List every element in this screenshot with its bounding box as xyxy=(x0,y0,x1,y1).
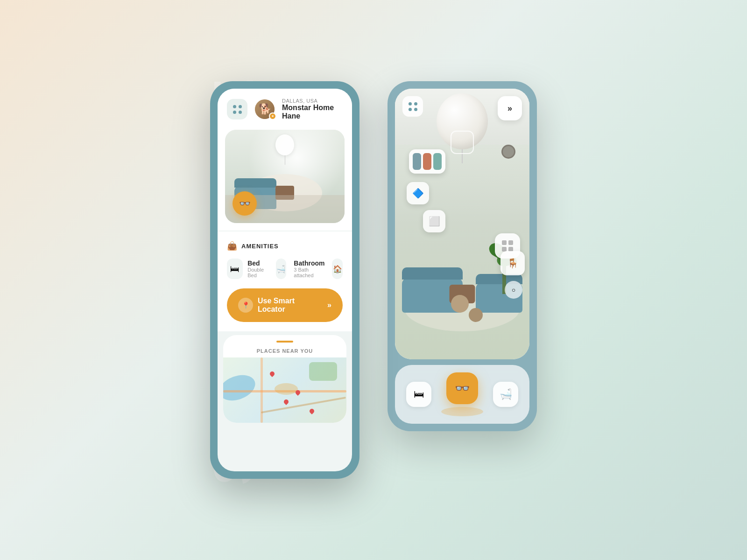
dot xyxy=(233,111,236,114)
dot xyxy=(239,105,242,108)
map-pin-3 xyxy=(284,399,289,404)
amenity-home-icon-wrap: 🏠 xyxy=(332,259,343,279)
header-location: DALLAS, USA xyxy=(282,98,343,104)
amenities-section: 👜 AMENITIES 🛏 Bed Double Bed 🛁 xyxy=(218,231,352,279)
map-container xyxy=(223,357,346,423)
smart-locator-button[interactable]: 📍 Use Smart Locator » xyxy=(227,288,343,322)
ar-stool-2 xyxy=(469,308,483,322)
avatar-badge: ★ xyxy=(269,112,276,120)
ar-lamp-marker xyxy=(451,131,474,154)
amenities-grid: 🛏 Bed Double Bed 🛁 Bathroom 3 Bath xyxy=(227,259,343,279)
toolbar-bed-icon: 🛏 xyxy=(414,388,424,400)
amenity-bed-text: Bed Double Bed xyxy=(247,259,268,278)
pin-head-4 xyxy=(309,408,315,414)
dot xyxy=(414,108,417,111)
smart-locator-wrap: 📍 Use Smart Locator » xyxy=(218,279,352,331)
dot xyxy=(414,102,417,105)
avatar-wrap: 🐕 ★ xyxy=(254,98,275,120)
pin-head-1 xyxy=(269,371,275,377)
ar-item-square-4[interactable]: 🪑 xyxy=(500,251,525,275)
amenity-divider: 🛁 xyxy=(276,259,287,279)
ar-menu-button[interactable] xyxy=(402,96,423,117)
amenity-bed-icon-wrap: 🛏 xyxy=(227,259,243,279)
map-water-1 xyxy=(223,371,259,405)
map-glow xyxy=(275,383,298,395)
badge-star-icon: ★ xyxy=(271,114,274,118)
map-pin-2 xyxy=(296,390,300,395)
phone-left-header: 🐕 ★ DALLAS, USA Monstar Home Hane xyxy=(218,89,352,130)
map-pin-1 xyxy=(270,371,275,376)
dot xyxy=(409,108,412,111)
phones-container: 🐕 ★ DALLAS, USA Monstar Home Hane xyxy=(210,81,537,479)
amenity-bath-desc: 3 Bath attached xyxy=(294,267,324,278)
map-title: PLACES NEAR YOU xyxy=(223,348,346,354)
header-name: Monstar Home Hane xyxy=(282,104,343,120)
balloon-cord xyxy=(285,155,285,165)
ar-stool xyxy=(451,295,469,313)
sofa-back xyxy=(234,178,276,188)
ar-forward-button[interactable]: » xyxy=(498,96,522,120)
phone-left-inner: 🐕 ★ DALLAS, USA Monstar Home Hane xyxy=(218,89,352,471)
vr-icon: 👓 xyxy=(239,198,251,209)
ar-item-icon-2: ⬜ xyxy=(429,216,440,227)
lamp-balloon xyxy=(275,134,294,165)
room-image-wrap: 👓 xyxy=(218,130,352,231)
ar-sofa-left-back xyxy=(402,267,463,280)
amenities-bag-icon: 👜 xyxy=(227,241,238,251)
amenity-bath-text: Bathroom 3 Bath attached xyxy=(294,259,324,278)
map-road-3 xyxy=(261,397,346,413)
ar-item-icon-4: 🪑 xyxy=(507,258,519,269)
ar-background: » 🔷 ⬜ xyxy=(395,89,529,359)
phone-left: 🐕 ★ DALLAS, USA Monstar Home Hane xyxy=(210,81,359,479)
toolbar-bath-button[interactable]: 🛁 xyxy=(493,382,518,407)
smart-locator-label: Use Smart Locator xyxy=(258,297,323,314)
toolbar-bed-button[interactable]: 🛏 xyxy=(406,382,431,407)
map-pin-4 xyxy=(310,409,314,413)
menu-dots-button[interactable] xyxy=(227,99,247,119)
ar-wall-decor xyxy=(501,145,515,159)
home-icon: 🏠 xyxy=(333,265,342,273)
bed-icon: 🛏 xyxy=(230,264,240,274)
ar-item-square-1[interactable]: 🔷 xyxy=(407,182,429,204)
ar-item-icon-1: 🔷 xyxy=(412,188,424,199)
balloon-lamp xyxy=(275,134,294,155)
dot xyxy=(233,105,236,108)
toolbar-bath-icon: 🛁 xyxy=(500,388,512,400)
locator-arrow-icon: » xyxy=(327,301,331,309)
map-park xyxy=(309,362,337,381)
color-chip-orange[interactable] xyxy=(423,153,431,170)
ar-item-round-icon: ○ xyxy=(512,286,515,294)
toolbar-center-wrap: 👓 xyxy=(441,372,483,416)
dot xyxy=(409,102,412,105)
amenities-title: 👜 AMENITIES xyxy=(227,241,343,251)
ar-item-round: ○ xyxy=(505,281,522,299)
ar-view: » 🔷 ⬜ xyxy=(395,89,529,359)
amenity-bed-name: Bed xyxy=(247,259,268,267)
color-chip-teal[interactable] xyxy=(433,153,442,170)
pin-head-2 xyxy=(295,389,301,396)
amenity-bath-name: Bathroom xyxy=(294,259,324,267)
locator-icon: 📍 xyxy=(238,298,253,313)
ar-item-square-2[interactable]: ⬜ xyxy=(423,210,445,232)
ar-top-bar: » xyxy=(395,96,529,120)
room-image: 👓 xyxy=(225,130,345,223)
bath-icon-small: 🛁 xyxy=(276,265,286,273)
pin-head-3 xyxy=(283,399,289,405)
ar-color-chips[interactable] xyxy=(409,149,445,174)
map-section: PLACES NEAR YOU xyxy=(223,335,346,423)
amenity-bed-desc: Double Bed xyxy=(247,267,268,278)
amenity-bath: Bathroom 3 Bath attached xyxy=(294,259,324,279)
toolbar-vr-icon: 👓 xyxy=(455,381,470,396)
header-text: DALLAS, USA Monstar Home Hane xyxy=(282,98,343,120)
color-chip-blue[interactable] xyxy=(413,153,421,170)
toolbar-vr-glow xyxy=(441,407,483,416)
vr-button[interactable]: 👓 xyxy=(233,191,257,216)
amenity-bed: 🛏 Bed Double Bed xyxy=(227,259,268,279)
phone-right: » 🔷 ⬜ xyxy=(388,81,537,431)
toolbar-vr-button[interactable]: 👓 xyxy=(446,372,478,404)
ar-item-3-content xyxy=(502,240,513,252)
map-handle xyxy=(276,341,293,343)
ar-toolbar: 🛏 👓 🛁 xyxy=(395,365,529,424)
dot xyxy=(239,111,242,114)
